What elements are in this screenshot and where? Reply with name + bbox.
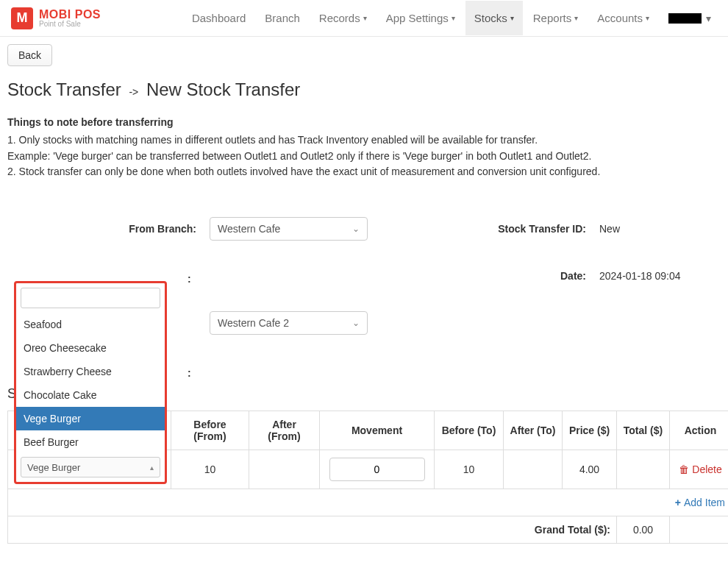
caret-down-icon: ▾ — [706, 13, 711, 24]
cell-movement — [320, 450, 435, 489]
item-dropdown-selected-display[interactable]: Vege Burger ▴ — [21, 457, 160, 477]
date-value: 2024-01-18 09:04 — [599, 270, 702, 282]
caret-down-icon: ▾ — [574, 14, 578, 22]
add-item-button[interactable]: +Add Item — [675, 497, 725, 508]
nav-dashboard[interactable]: Dashboard — [183, 1, 254, 35]
th-movement: Movement — [320, 411, 435, 450]
th-action: Action — [670, 411, 729, 450]
dropdown-option[interactable]: Strawberry Cheese — [16, 360, 165, 383]
nav-menu: Dashboard Branch Records▾ App Settings▾ … — [183, 1, 717, 35]
dropdown-option-highlighted[interactable]: Vege Burger — [16, 407, 165, 430]
breadcrumb-sep: -> — [129, 86, 138, 98]
delete-row-button[interactable]: 🗑Delete — [679, 463, 721, 475]
from-branch-label: From Branch: — [26, 223, 210, 235]
brand-logo-icon: M — [11, 7, 33, 29]
nav-records[interactable]: Records▾ — [310, 1, 376, 35]
transfer-id-label: Stock Transfer ID: — [485, 223, 599, 235]
nav-stocks-label: Stocks — [474, 12, 507, 24]
delete-label: Delete — [692, 463, 721, 475]
obscured-label-tail: : — [188, 367, 191, 379]
nav-reports-label: Reports — [533, 12, 572, 24]
item-dropdown-selected-label: Vege Burger — [27, 462, 80, 473]
breadcrumb-current: New Stock Transfer — [146, 79, 300, 99]
dropdown-option[interactable]: Beef Burger — [16, 430, 165, 454]
navbar: M MOBI POS Point of Sale Dashboard Branc… — [0, 0, 728, 37]
cell-after-from — [249, 450, 320, 489]
add-item-row: +Add Item — [8, 489, 729, 516]
user-redacted — [668, 13, 702, 24]
brand-tagline: Point of Sale — [39, 21, 101, 28]
notes-line: 1. Only stocks with matching names in di… — [7, 132, 721, 149]
caret-down-icon: ▾ — [363, 14, 367, 22]
breadcrumb-root: Stock Transfer — [7, 79, 121, 99]
cell-after-to — [504, 450, 563, 489]
to-branch-select[interactable]: Western Cafe 2 ⌄ — [210, 311, 368, 335]
th-price: Price ($) — [563, 411, 617, 450]
caret-down-icon: ▾ — [510, 14, 514, 22]
chevron-down-icon: ⌄ — [352, 318, 360, 328]
notes-heading: Things to note before transferring — [7, 116, 721, 128]
cell-price: 4.00 — [563, 450, 617, 489]
plus-icon: + — [675, 497, 681, 508]
from-branch-select[interactable]: Western Cafe ⌄ — [210, 217, 368, 241]
table-wrapper: Seafood Oreo Cheesecake Strawberry Chees… — [7, 411, 713, 544]
th-before-to: Before (To) — [435, 411, 504, 450]
th-before-from: Before (From) — [171, 411, 249, 450]
to-branch-value: Western Cafe 2 — [218, 317, 289, 329]
nav-branch[interactable]: Branch — [256, 1, 309, 35]
nav-reports[interactable]: Reports▾ — [524, 1, 588, 35]
transfer-id-value: New — [599, 223, 702, 235]
grand-total-value: 0.00 — [617, 516, 670, 544]
footer-actions: Save as Draft Save and Finalize — [0, 558, 728, 579]
page-title: Stock Transfer -> New Stock Transfer — [7, 79, 721, 100]
caret-down-icon: ▾ — [646, 14, 649, 22]
nav-dashboard-label: Dashboard — [192, 12, 246, 24]
nav-user-menu[interactable]: ▾ — [660, 1, 717, 35]
back-label: Back — [18, 49, 41, 61]
chevron-down-icon: ⌄ — [352, 224, 360, 234]
nav-accounts-label: Accounts — [597, 12, 643, 24]
nav-branch-label: Branch — [265, 12, 300, 24]
nav-appsettings-label: App Settings — [386, 12, 449, 24]
from-branch-value: Western Cafe — [218, 223, 280, 235]
item-dropdown-list: Seafood Oreo Cheesecake Strawberry Chees… — [16, 313, 165, 454]
nav-appsettings[interactable]: App Settings▾ — [377, 1, 464, 35]
notes-block: Things to note before transferring 1. On… — [7, 116, 721, 180]
add-item-label: Add Item — [684, 497, 725, 508]
cell-action: 🗑Delete — [670, 450, 729, 489]
obscured-label-tail: : — [188, 273, 191, 285]
item-dropdown-panel: Seafood Oreo Cheesecake Strawberry Chees… — [14, 281, 167, 484]
brand[interactable]: M MOBI POS Point of Sale — [11, 7, 101, 29]
grand-total-action-empty — [670, 516, 729, 544]
nav-stocks[interactable]: Stocks▾ — [465, 1, 523, 35]
notes-line: 2. Stock transfer can only be done when … — [7, 164, 721, 180]
date-label: Date: — [485, 270, 599, 282]
cell-before-from: 10 — [171, 450, 249, 489]
nav-accounts[interactable]: Accounts▾ — [588, 1, 658, 35]
dropdown-option[interactable]: Seafood — [16, 313, 165, 336]
brand-name: MOBI POS — [39, 9, 101, 21]
nav-records-label: Records — [319, 12, 360, 24]
caret-down-icon: ▾ — [452, 14, 455, 22]
dropdown-option[interactable]: Chocolate Cake — [16, 383, 165, 407]
caret-up-icon: ▴ — [150, 463, 154, 472]
cell-before-to: 10 — [435, 450, 504, 489]
cell-total — [617, 450, 670, 489]
th-after-to: After (To) — [504, 411, 563, 450]
grand-total-label: Grand Total ($): — [8, 516, 617, 544]
dropdown-option[interactable]: Oreo Cheesecake — [16, 336, 165, 360]
movement-input[interactable] — [329, 458, 425, 481]
th-after-from: After (From) — [249, 411, 320, 450]
th-total: Total ($) — [617, 411, 670, 450]
item-dropdown-search-input[interactable] — [21, 288, 160, 308]
trash-icon: 🗑 — [679, 463, 689, 475]
back-button[interactable]: Back — [7, 44, 52, 66]
notes-line: Example: 'Vege burger' can be transferre… — [7, 149, 721, 165]
